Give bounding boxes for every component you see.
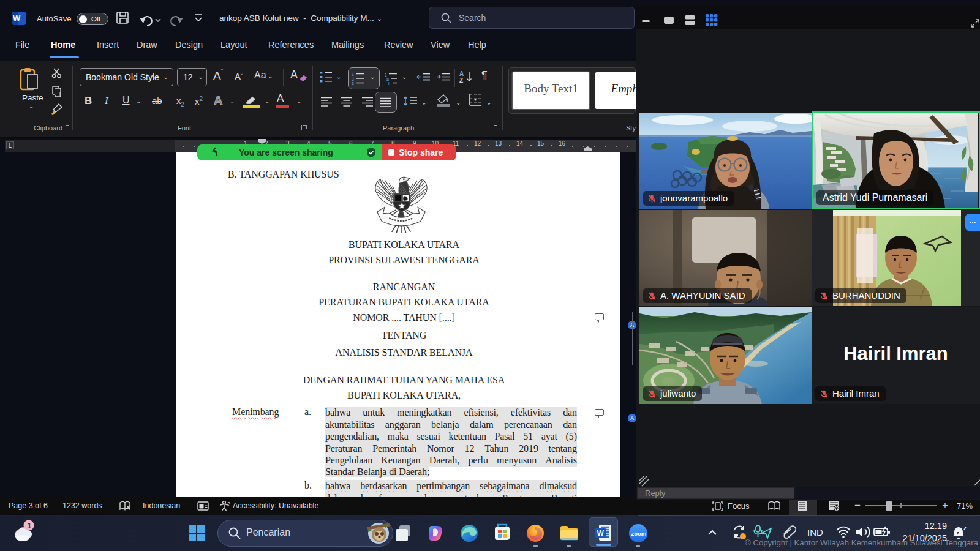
- svg-text:1: 1: [28, 522, 32, 530]
- svg-text:Z: Z: [459, 77, 463, 83]
- svg-text:1: 1: [352, 72, 354, 77]
- svg-text:?: ?: [227, 501, 230, 507]
- svg-text:zoom: zoom: [631, 530, 647, 537]
- svg-text:A: A: [459, 70, 464, 77]
- svg-text:W: W: [597, 529, 605, 538]
- svg-text:z: z: [957, 530, 959, 536]
- svg-text:i: i: [388, 81, 390, 85]
- svg-text:z: z: [963, 525, 967, 531]
- svg-text:1: 1: [385, 73, 387, 77]
- svg-text:3: 3: [352, 81, 354, 85]
- svg-text:a: a: [386, 77, 389, 81]
- svg-text:2: 2: [352, 77, 354, 81]
